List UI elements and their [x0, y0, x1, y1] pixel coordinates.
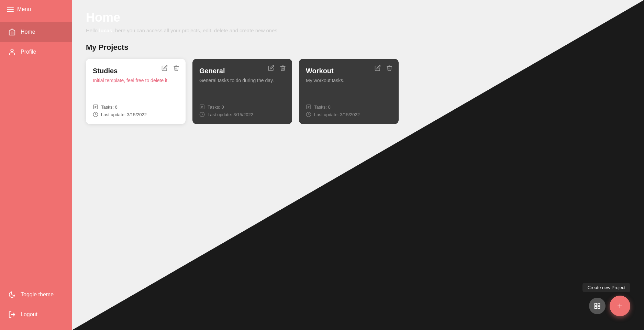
- subtitle-post: , here you can access all your projects,…: [112, 28, 279, 33]
- edit-workout-button[interactable]: [374, 64, 381, 73]
- fab-secondary-button[interactable]: [589, 298, 606, 314]
- main-content: Home Hello lucas, here you can access al…: [72, 0, 644, 330]
- svg-rect-20: [598, 307, 600, 309]
- project-card-workout[interactable]: Workout My workout tasks. Tasks: 0: [299, 59, 399, 124]
- hamburger-icon[interactable]: [7, 7, 14, 12]
- delete-studies-button[interactable]: [173, 64, 180, 73]
- trash-icon-general: [280, 65, 286, 71]
- card-actions-general: [267, 64, 287, 73]
- card-meta-studies: Tasks: 6 Last update: 3/15/2022: [93, 104, 179, 117]
- date-label-workout: Last update: 3/15/2022: [314, 112, 360, 117]
- card-meta-general: Tasks: 0 Last update: 3/15/2022: [199, 104, 285, 117]
- card-description-workout: My workout tasks.: [306, 78, 392, 99]
- tasks-label-workout: Tasks: 0: [314, 104, 331, 110]
- profile-icon: [8, 48, 16, 56]
- sidebar-item-logout-label: Logout: [21, 311, 37, 318]
- svg-rect-18: [598, 304, 600, 306]
- logout-icon: [8, 311, 16, 318]
- card-actions-workout: [374, 64, 393, 73]
- fab-label: Create new Project: [582, 283, 630, 292]
- moon-icon: [8, 291, 16, 298]
- date-label-studies: Last update: 3/15/2022: [101, 112, 147, 117]
- tasks-meta-general: Tasks: 0: [199, 104, 285, 110]
- tasks-icon-workout: [306, 104, 311, 110]
- edit-icon-workout: [375, 65, 381, 71]
- edit-studies-button[interactable]: [161, 64, 168, 73]
- trash-icon: [173, 65, 179, 71]
- tasks-icon: [93, 104, 98, 110]
- sidebar-item-toggle-theme-label: Toggle theme: [21, 292, 54, 298]
- svg-point-0: [11, 49, 13, 52]
- fab-container: Create new Project +: [582, 283, 630, 316]
- username: lucas: [99, 28, 112, 33]
- tasks-label-general: Tasks: 0: [208, 104, 224, 110]
- edit-general-button[interactable]: [267, 64, 275, 73]
- page-subtitle: Hello lucas, here you can access all you…: [86, 28, 630, 33]
- date-meta-studies: Last update: 3/15/2022: [93, 112, 179, 117]
- card-description-studies: Initial template, feel free to delete it…: [93, 78, 179, 99]
- sidebar-bottom: Toggle theme Logout: [0, 285, 72, 330]
- svg-rect-17: [595, 304, 597, 306]
- content-wrapper: Home Hello lucas, here you can access al…: [72, 0, 644, 330]
- tasks-meta-workout: Tasks: 0: [306, 104, 392, 110]
- sidebar-item-profile[interactable]: Profile: [0, 42, 72, 62]
- clock-icon-general: [199, 112, 205, 117]
- date-meta-workout: Last update: 3/15/2022: [306, 112, 392, 117]
- edit-icon-general: [268, 65, 274, 71]
- tasks-label-studies: Tasks: 6: [101, 104, 118, 110]
- sidebar-menu-header[interactable]: Menu: [0, 0, 72, 19]
- sidebar-item-logout[interactable]: Logout: [0, 305, 72, 324]
- project-card-studies[interactable]: Studies Initial template, feel free to d…: [86, 59, 186, 124]
- page-title: Home: [86, 10, 630, 25]
- tasks-meta-studies: Tasks: 6: [93, 104, 179, 110]
- menu-label: Menu: [17, 6, 31, 12]
- project-card-general[interactable]: General General tasks to do during the d…: [192, 59, 292, 124]
- clock-icon-workout: [306, 112, 311, 117]
- sidebar-item-toggle-theme[interactable]: Toggle theme: [0, 285, 72, 305]
- card-meta-workout: Tasks: 0 Last update: 3/15/2022: [306, 104, 392, 117]
- home-icon: [8, 28, 16, 36]
- fab-plus-icon: +: [617, 301, 623, 311]
- svg-rect-19: [595, 307, 597, 309]
- sidebar-item-home[interactable]: Home: [0, 22, 72, 42]
- sidebar-item-profile-label: Profile: [21, 49, 36, 55]
- sidebar-nav: Home Profile: [0, 19, 72, 285]
- sidebar: Menu Home Profile Toggle theme: [0, 0, 72, 330]
- create-project-fab-button[interactable]: +: [610, 296, 630, 316]
- delete-general-button[interactable]: [279, 64, 287, 73]
- grid-icon: [594, 302, 601, 309]
- clock-icon-studies: [93, 112, 98, 117]
- delete-workout-button[interactable]: [386, 64, 393, 73]
- trash-icon-workout: [386, 65, 392, 71]
- sidebar-item-home-label: Home: [21, 29, 35, 35]
- date-meta-general: Last update: 3/15/2022: [199, 112, 285, 117]
- date-label-general: Last update: 3/15/2022: [208, 112, 253, 117]
- projects-grid: Studies Initial template, feel free to d…: [86, 59, 630, 124]
- edit-icon: [162, 65, 168, 71]
- section-title: My Projects: [86, 43, 630, 52]
- card-actions-studies: [161, 64, 180, 73]
- tasks-icon-general: [199, 104, 205, 110]
- card-description-general: General tasks to do during the day.: [199, 78, 285, 99]
